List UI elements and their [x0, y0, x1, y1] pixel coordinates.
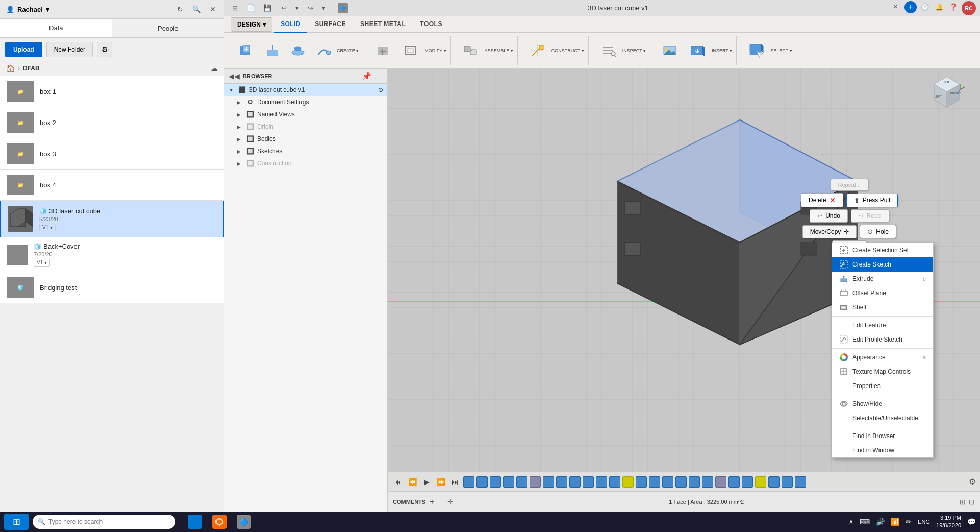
- tl-marker[interactable]: [463, 476, 474, 488]
- browser-item-document[interactable]: ▼ ⬛ 3D laser cut cube v1 ⊙: [224, 84, 387, 96]
- move-copy-button[interactable]: Move/Copy ✛: [802, 225, 857, 238]
- tl-marker[interactable]: [636, 476, 647, 488]
- upload-button[interactable]: Upload: [5, 42, 42, 57]
- insert-3d-button[interactable]: [684, 36, 711, 65]
- tl-marker[interactable]: [689, 476, 700, 488]
- ctx-offset-plane[interactable]: Offset Plane: [832, 286, 933, 300]
- start-button[interactable]: ⊞: [4, 514, 29, 530]
- ctx-edit-feature[interactable]: Edit Feature: [832, 318, 933, 332]
- grid-view-icon[interactable]: ⊞: [960, 498, 966, 506]
- updates-icon[interactable]: 🔔: [933, 1, 945, 13]
- new-tab-button[interactable]: +: [904, 1, 917, 13]
- tab-solid[interactable]: SOLID: [274, 16, 307, 33]
- ctx-properties[interactable]: Properties: [832, 379, 933, 393]
- file-icon[interactable]: 📄: [245, 2, 257, 14]
- redo-icon[interactable]: ↪: [304, 2, 316, 14]
- design-dropdown[interactable]: ▾: [263, 21, 266, 28]
- ctx-create-selection-set[interactable]: Create Selection Set: [832, 243, 933, 257]
- browser-item-bodies[interactable]: ▶ 🔲 Bodies: [224, 133, 387, 145]
- undo-button[interactable]: ↩ Undo: [810, 209, 848, 223]
- browser-item-doc-settings[interactable]: ▶ ⚙ Document Settings: [224, 96, 387, 108]
- breadcrumb-home[interactable]: 🏠: [6, 64, 15, 72]
- tl-marker[interactable]: [476, 476, 488, 488]
- display-options-icon[interactable]: ⊟: [969, 498, 975, 506]
- list-item[interactable]: 📁 box 3: [0, 138, 224, 170]
- ctx-create-sketch[interactable]: Create Sketch: [832, 257, 933, 272]
- ctx-edit-profile-sketch[interactable]: Edit Profile Sketch: [832, 332, 933, 347]
- tl-marker-warning[interactable]: [755, 476, 766, 488]
- tl-marker[interactable]: [715, 476, 726, 488]
- pen-icon[interactable]: ✏: [906, 518, 912, 526]
- list-item[interactable]: 📁 box 2: [0, 107, 224, 138]
- tl-end-button[interactable]: ⏭: [449, 476, 461, 488]
- browser-pin-icon[interactable]: 📌: [362, 72, 371, 80]
- viewport[interactable]: Repeat... Delete ✕ ⬆ Press Pull: [388, 69, 980, 491]
- browser-item-named-views[interactable]: ▶ 🔲 Named Views: [224, 108, 387, 120]
- speaker-icon[interactable]: 🔊: [876, 518, 885, 526]
- ctx-show-hide[interactable]: Show/Hide: [832, 397, 933, 411]
- tl-play-button[interactable]: ▶: [420, 476, 433, 488]
- assemble-button[interactable]: [457, 36, 484, 65]
- expand-arrow[interactable]: ▶: [237, 149, 243, 154]
- tl-marker[interactable]: [675, 476, 687, 488]
- inspect-button[interactable]: [595, 36, 621, 65]
- list-item-selected[interactable]: 🧊 3D laser cut cube 5/23/20 V1 ▾: [0, 201, 224, 237]
- keyboard-icon[interactable]: ⌨: [860, 518, 870, 526]
- tl-marker[interactable]: [728, 476, 740, 488]
- expand-arrow[interactable]: ▼: [229, 87, 235, 93]
- delete-button[interactable]: Delete ✕: [801, 193, 843, 207]
- hole-button[interactable]: ⊙ Hole: [860, 225, 896, 238]
- redo-dropdown-icon[interactable]: ▾: [317, 2, 330, 14]
- tab-sheet-metal[interactable]: SHEET METAL: [354, 16, 412, 33]
- navigate-icon[interactable]: ✛: [447, 498, 454, 506]
- list-item[interactable]: 🧊 Back+Cover 7/20/20 V1 ▾: [0, 237, 224, 272]
- target-icon[interactable]: ⊙: [378, 86, 383, 93]
- repeat-button[interactable]: Repeat...: [831, 179, 869, 191]
- tl-marker[interactable]: [782, 476, 793, 488]
- tl-marker[interactable]: [702, 476, 713, 488]
- cloud-icon[interactable]: ☁: [211, 64, 218, 72]
- ctx-selectable[interactable]: Selectable/Unselectable: [832, 411, 933, 425]
- tl-marker[interactable]: [596, 476, 607, 488]
- settings-button[interactable]: ⚙: [97, 42, 112, 57]
- press-pull-button[interactable]: ⬆ Press Pull: [846, 194, 898, 207]
- search-icon[interactable]: 🔍: [191, 4, 202, 14]
- ctx-find-window[interactable]: Find in Window: [832, 443, 933, 457]
- tl-marker[interactable]: [556, 476, 567, 488]
- tab-tools[interactable]: TOOLS: [414, 16, 448, 33]
- tl-marker[interactable]: [503, 476, 514, 488]
- ctx-shell[interactable]: Shell: [832, 300, 933, 315]
- tl-marker[interactable]: [569, 476, 581, 488]
- tl-marker[interactable]: [662, 476, 673, 488]
- tl-marker[interactable]: [543, 476, 554, 488]
- browser-collapse-icon[interactable]: ◀◀: [229, 72, 240, 80]
- network-icon[interactable]: 📶: [891, 518, 899, 526]
- user-profile[interactable]: 👤 Rachael ▾: [6, 6, 49, 13]
- tl-next-button[interactable]: ⏩: [435, 476, 447, 488]
- browser-close-icon[interactable]: —: [376, 72, 383, 80]
- save-icon[interactable]: 💾: [261, 2, 273, 14]
- taskbar-search[interactable]: 🔍: [33, 515, 175, 529]
- redo-button[interactable]: ↪ Redo: [851, 209, 889, 223]
- modify-shell-button[interactable]: [397, 36, 423, 65]
- new-folder-button[interactable]: New Folder: [46, 42, 93, 57]
- window-close[interactable]: ✕: [888, 1, 902, 12]
- list-item[interactable]: 📁 box 1: [0, 76, 224, 107]
- tl-marker[interactable]: [490, 476, 501, 488]
- undo-dropdown-icon[interactable]: ▾: [291, 2, 303, 14]
- tab-people[interactable]: People: [112, 19, 224, 37]
- expand-arrow[interactable]: ▶: [237, 124, 243, 130]
- select-button[interactable]: [743, 36, 769, 65]
- clock-icon[interactable]: 🕐: [919, 1, 931, 13]
- tl-prev-button[interactable]: ⏪: [406, 476, 418, 488]
- timeline-settings-icon[interactable]: ⚙: [969, 477, 976, 487]
- expand-arrow[interactable]: ▶: [237, 112, 243, 117]
- help-icon[interactable]: ❓: [947, 1, 960, 13]
- notification-icon[interactable]: 💬: [967, 518, 976, 526]
- tab-data[interactable]: Data: [0, 19, 112, 37]
- undo-icon[interactable]: ↩: [278, 2, 290, 14]
- expand-arrow[interactable]: ▶: [237, 161, 243, 166]
- ctx-appearance[interactable]: Appearance a: [832, 350, 933, 365]
- taskbar-fusion360-icon[interactable]: [208, 513, 231, 531]
- expand-arrow[interactable]: ▶: [237, 100, 243, 105]
